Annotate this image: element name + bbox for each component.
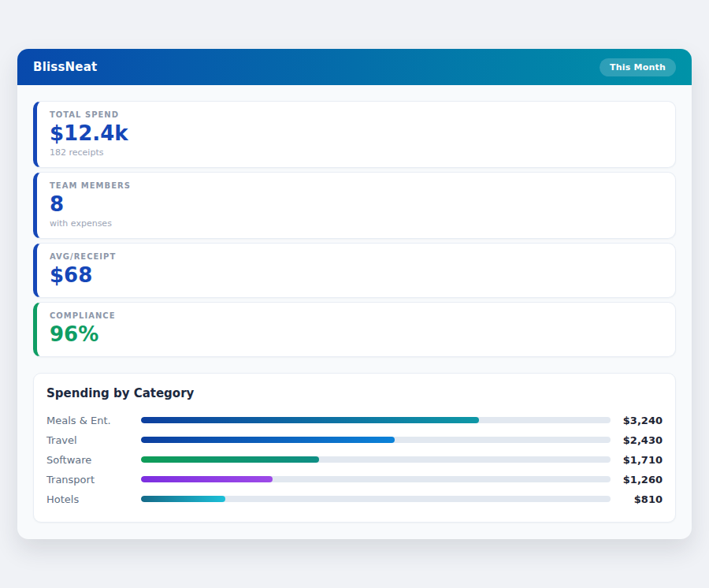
bar-track (141, 417, 611, 423)
stat-value: 8 (50, 193, 663, 217)
category-value: $1,260 (611, 474, 663, 486)
category-label: Travel (46, 434, 141, 446)
category-row-transport: Transport $1,260 (46, 470, 663, 489)
stat-value: $12.4k (50, 122, 663, 146)
bar-track (141, 496, 611, 502)
category-label: Software (46, 454, 141, 466)
category-row-travel: Travel $2,430 (46, 430, 663, 450)
category-row-software: Software $1,710 (46, 450, 663, 470)
stat-card-team-members: TEAM MEMBERS 8 with expenses (33, 172, 676, 239)
stat-value: $68 (50, 264, 663, 288)
category-value: $2,430 (611, 434, 663, 446)
stat-subtext: with expenses (50, 218, 663, 229)
page: BlissNeat This Month TOTAL SPEND $12.4k … (0, 0, 709, 588)
category-label: Meals & Ent. (46, 415, 141, 426)
app-header: BlissNeat This Month (17, 49, 692, 85)
bar-fill (141, 437, 395, 443)
category-row-meals: Meals & Ent. $3,240 (46, 411, 663, 430)
category-value: $1,710 (611, 454, 663, 466)
bar-fill (141, 476, 273, 482)
stat-label: COMPLIANCE (50, 311, 663, 320)
stat-card-compliance: COMPLIANCE 96% (33, 302, 676, 357)
spending-by-category-card: Spending by Category Meals & Ent. $3,240… (33, 373, 676, 523)
dashboard-panel: BlissNeat This Month TOTAL SPEND $12.4k … (17, 49, 692, 539)
period-badge-button[interactable]: This Month (599, 58, 676, 76)
stat-label: AVG/RECEIPT (50, 252, 663, 261)
stat-label: TOTAL SPEND (50, 110, 663, 119)
bar-track (141, 456, 611, 463)
bar-fill (141, 456, 319, 463)
stat-card-avg-receipt: AVG/RECEIPT $68 (33, 243, 676, 298)
app-title: BlissNeat (33, 60, 97, 74)
category-label: Hotels (46, 493, 141, 505)
bar-track (141, 437, 611, 443)
category-value: $3,240 (611, 415, 663, 426)
stat-card-total-spend: TOTAL SPEND $12.4k 182 receipts (33, 101, 676, 168)
bar-fill (141, 417, 479, 423)
category-label: Transport (46, 474, 141, 486)
category-row-hotels: Hotels $810 (46, 489, 663, 509)
category-value: $810 (611, 493, 663, 505)
stat-label: TEAM MEMBERS (50, 181, 663, 190)
stat-value: 96% (50, 323, 663, 347)
bar-fill (141, 496, 225, 502)
dashboard-content: TOTAL SPEND $12.4k 182 receipts TEAM MEM… (17, 85, 692, 538)
stat-subtext: 182 receipts (50, 147, 663, 158)
chart-title: Spending by Category (46, 386, 663, 400)
bar-track (141, 476, 611, 482)
